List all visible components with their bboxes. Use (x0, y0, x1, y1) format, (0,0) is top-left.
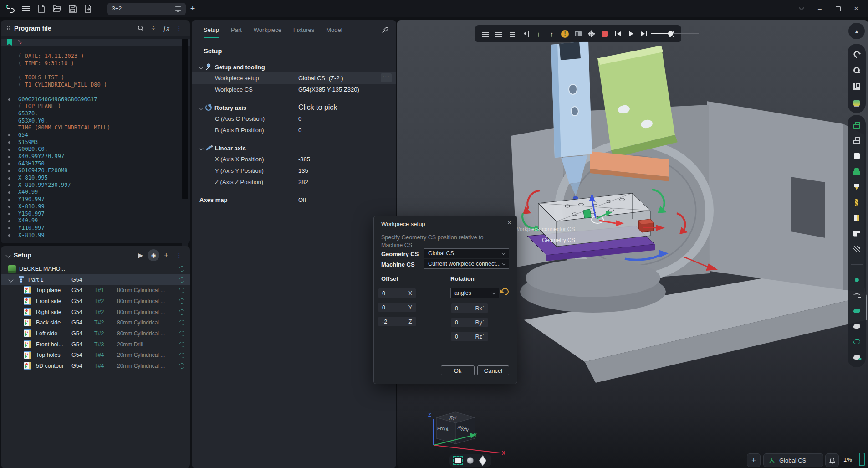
export-button[interactable] (80, 2, 96, 15)
stock-icon[interactable] (849, 98, 864, 108)
new-tab-button[interactable]: + (186, 4, 199, 14)
list-icon[interactable] (506, 28, 518, 40)
offset-input[interactable]: 0 Y (378, 303, 416, 312)
machine-cs-select[interactable]: Current workpiece connect... (424, 259, 509, 269)
row-workpiece-cs[interactable]: Workpiece CS G54(X385 Y-135 Z320) (192, 84, 396, 95)
add-button[interactable]: + (160, 249, 173, 261)
warnings-icon[interactable]: ! (559, 28, 571, 40)
tree-row[interactable]: Top holes G54 T#4 20mm Cylindrical ... (1, 350, 190, 361)
solid-view-button[interactable] (479, 455, 486, 466)
run-simulation-button[interactable]: ▶ (134, 249, 147, 261)
panel-menu-button[interactable]: ⋮ (173, 22, 185, 34)
cancel-button[interactable]: Cancel (477, 365, 509, 375)
restore-button[interactable] (829, 1, 847, 16)
click-to-pick[interactable]: Click to pick (298, 103, 337, 112)
global-cs-selector[interactable]: Global CS (763, 453, 823, 467)
save-button[interactable] (65, 2, 80, 15)
arrow-down-icon[interactable]: ↓ (532, 28, 545, 40)
row-axes-map[interactable]: Axes map Off (192, 194, 396, 206)
search-button[interactable] (134, 22, 147, 34)
chevron-down-icon[interactable] (8, 277, 13, 282)
rotation-input[interactable]: 0 Ry` (451, 318, 488, 327)
measure-tape-icon[interactable] (849, 65, 864, 76)
collapse-chevron-icon[interactable] (5, 252, 10, 257)
scrollbar-thumb[interactable] (182, 39, 188, 199)
surface-green-icon[interactable] (849, 305, 864, 316)
drill-icon[interactable] (849, 197, 864, 208)
collapse-toolbar-button[interactable]: ▲ (848, 23, 865, 39)
sim-lines-icon[interactable] (480, 28, 492, 40)
target-mode-button[interactable]: ◉ (147, 249, 160, 261)
play-icon[interactable] (625, 28, 637, 40)
pin-panel-button[interactable] (380, 26, 390, 36)
skip-end-icon[interactable] (638, 28, 650, 40)
drag-grip-icon[interactable] (6, 26, 10, 31)
tree-row[interactable]: Top plane G54 T#1 80mm Cylindrical ... (1, 285, 190, 296)
section-linear-axis[interactable]: Linear axis (192, 143, 396, 154)
document-tab[interactable]: 3+2 (107, 3, 186, 15)
sync-icon[interactable] (178, 351, 185, 359)
notifications-button[interactable] (825, 453, 839, 467)
surface-wireframe-icon[interactable] (849, 336, 864, 347)
stock-white-icon[interactable] (849, 150, 864, 161)
tree-row[interactable]: Right side G54 T#2 80mm Cylindrical ... (1, 307, 190, 318)
section-rotary-axis[interactable]: Rotary axis Click to pick (192, 102, 396, 113)
geometry-cs-select[interactable]: Global CS (424, 248, 509, 258)
row-axis-c[interactable]: C (Axis C Position) 0 (192, 113, 396, 124)
minimize-button[interactable]: – (811, 1, 829, 16)
tree-row[interactable]: Left side G54 T#2 80mm Cylindrical ... (1, 328, 190, 339)
sync-icon[interactable] (178, 265, 185, 273)
focus-selection-icon[interactable] (519, 28, 531, 40)
rotation-mode-select[interactable]: angles (450, 288, 499, 298)
machine-outline-icon[interactable] (849, 119, 864, 130)
report-icon[interactable] (572, 28, 584, 40)
curve-icon[interactable] (849, 290, 864, 301)
caliper-icon[interactable] (849, 81, 864, 92)
tree-row[interactable]: Part 1 G54 (1, 274, 190, 285)
tree-row[interactable]: Front side G54 T#2 80mm Cylindrical ... (1, 296, 190, 307)
part-green-icon[interactable] (849, 166, 864, 177)
sync-icon[interactable] (178, 298, 185, 305)
stop-icon[interactable] (598, 28, 611, 40)
sync-icon[interactable] (178, 330, 185, 337)
settings-gear-icon[interactable] (585, 28, 597, 40)
add-cs-button[interactable]: + (747, 453, 761, 467)
sync-icon[interactable] (178, 287, 185, 294)
row-workpiece-setup[interactable]: Workpiece setup Global CS+(Z-2 ) ··· (192, 72, 396, 84)
split-view-button[interactable]: ÷ (147, 22, 160, 34)
offset-input[interactable]: 0 X (378, 288, 416, 298)
tab-part[interactable]: Part (231, 26, 242, 38)
row-axis-y[interactable]: Y (Axis Y Position) 135 (192, 165, 396, 176)
spindle-head-icon[interactable] (849, 228, 864, 239)
sync-icon[interactable] (178, 341, 185, 348)
offset-input[interactable]: -2 Z (378, 317, 416, 326)
close-button[interactable]: × (847, 1, 865, 16)
point-icon[interactable] (849, 274, 864, 285)
rotation-input[interactable]: 0 Rz` (451, 332, 488, 341)
row-axis-x[interactable]: X (Axis X Position) -385 (192, 154, 396, 165)
skip-start-icon[interactable] (612, 28, 624, 40)
sync-icon[interactable] (178, 309, 185, 316)
gcode-editor[interactable]: % ( DATE: 14.11.2023 ) ( TIME: 9:31:10 )… (1, 36, 190, 243)
tab-fixtures[interactable]: Fixtures (293, 26, 314, 38)
rotate-icon[interactable] (500, 287, 511, 297)
more-options-button[interactable]: ··· (381, 73, 392, 82)
holder-icon[interactable] (849, 212, 864, 223)
main-menu-button[interactable] (18, 2, 34, 15)
section-hatch-icon[interactable] (849, 243, 864, 254)
divider[interactable] (849, 259, 864, 270)
magnet-snap-icon[interactable] (849, 48, 864, 59)
tab-model[interactable]: Model (326, 26, 342, 38)
close-icon[interactable]: × (507, 219, 511, 227)
tab-workpiece[interactable]: Workpiece (254, 26, 281, 38)
tree-menu-button[interactable]: ⋮ (173, 249, 185, 261)
tree-row[interactable]: 5D contour G54 T#4 20mm Cylindrical ... (1, 360, 190, 371)
tree-row[interactable]: Front hol... G54 T#3 20mm Drill (1, 339, 190, 350)
speed-slider[interactable] (651, 28, 664, 40)
surface-gray-icon[interactable] (849, 321, 864, 332)
shaded-view-button[interactable] (467, 457, 474, 464)
surface-point-icon[interactable] (849, 352, 864, 363)
ok-button[interactable]: Ok (441, 365, 475, 375)
new-file-button[interactable] (34, 2, 49, 15)
function-button[interactable]: ƒx (160, 22, 173, 34)
